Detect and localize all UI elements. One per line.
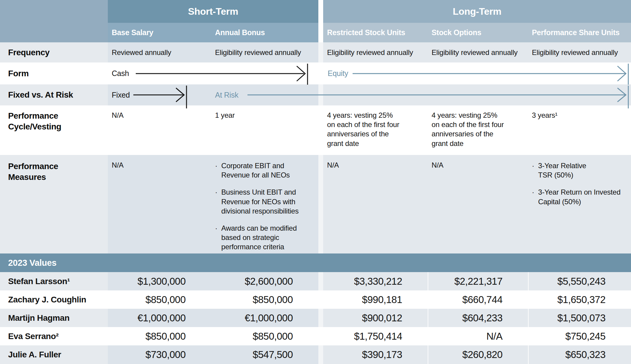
measures-row-label-cell: Performance Measures xyxy=(0,155,108,253)
frequency-psu-cell: Eligibility reviewed annually xyxy=(528,42,631,62)
psu-bullet-list: 3-Year Relative TSR (50%) 3-Year Return … xyxy=(532,161,620,206)
bullet-dot-icon xyxy=(215,187,217,216)
value-cell: $547,500 xyxy=(211,345,318,364)
value-cell: $900,012 xyxy=(323,309,428,327)
value-cell: $3,330,212 xyxy=(323,272,428,290)
annual-bonus-header-label: Annual Bonus xyxy=(215,28,265,37)
value-cell: $650,323 xyxy=(528,345,631,364)
stock-options-header-label: Stock Options xyxy=(432,28,481,37)
value-cell: $2,221,317 xyxy=(428,272,528,290)
gutter xyxy=(318,155,323,253)
rsu-header-label: Restricted Stock Units xyxy=(327,28,405,37)
fixed-label: Fixed xyxy=(112,91,130,99)
value-cell: $660,744 xyxy=(428,290,528,309)
list-item: 3-Year Return on Invested Capital (50%) xyxy=(532,187,620,206)
form-equity-cell: Equity xyxy=(323,62,428,84)
value-cell: N/A xyxy=(428,327,528,345)
at-risk-label: At Risk xyxy=(215,91,238,99)
form-row-label: Form xyxy=(4,68,29,79)
performance-measures-row-label: Performance Measures xyxy=(4,161,58,183)
cycle-row-label-cell: Performance Cycle/Vesting xyxy=(0,105,108,155)
cycle-annual-bonus-cell: 1 year xyxy=(211,105,318,155)
corner-cell xyxy=(0,0,108,23)
value-cell: $1,500,073 xyxy=(528,309,631,327)
at-risk-cell: At Risk xyxy=(211,84,318,105)
cycle-base-salary-cell: N/A xyxy=(108,105,211,155)
long-term-label: Long-Term xyxy=(453,6,501,17)
header-gutter xyxy=(318,0,323,23)
bullet-dot-icon xyxy=(215,223,217,252)
measures-psu-cell: 3-Year Relative TSR (50%) 3-Year Return … xyxy=(528,155,631,253)
executive-name: Eva Serrano² xyxy=(4,332,59,341)
col-header-base-salary: Base Salary xyxy=(108,23,211,42)
annual-bonus-bullet-list: Corporate EBIT and Revenue for all NEOs … xyxy=(215,161,299,252)
gutter xyxy=(318,327,323,345)
list-item: Awards can be modified based on strategi… xyxy=(215,223,299,252)
table-row: Martijn Hagman €1,000,000 €1,000,000 $90… xyxy=(0,309,631,327)
gutter xyxy=(318,272,323,290)
gutter xyxy=(318,309,323,327)
measures-base-salary-cell: N/A xyxy=(108,155,211,253)
cash-label: Cash xyxy=(112,69,129,78)
col-header-psu: Performance Share Units xyxy=(528,23,631,42)
performance-cycle-row-label: Performance Cycle/Vesting xyxy=(4,111,61,132)
bullet-dot-icon xyxy=(532,187,534,206)
value-cell: $604,233 xyxy=(428,309,528,327)
value-cell: $850,000 xyxy=(108,327,211,345)
psu-header-label: Performance Share Units xyxy=(532,28,620,37)
table-row: Zachary J. Coughlin $850,000 $850,000 $9… xyxy=(0,290,631,309)
base-salary-header-label: Base Salary xyxy=(112,28,153,37)
long-term-banner: Long-Term xyxy=(323,0,631,23)
value-cell: $1,650,372 xyxy=(528,290,631,309)
executive-name: Martijn Hagman xyxy=(4,313,69,323)
value-cell: $260,820 xyxy=(428,345,528,364)
col-header-rsu: Restricted Stock Units xyxy=(323,23,428,42)
value-cell: €1,000,000 xyxy=(108,309,211,327)
fixed-vs-at-risk-row: Fixed vs. At Risk Fixed At Risk xyxy=(0,84,631,105)
frequency-base-salary-cell: Reviewed annually xyxy=(108,42,211,62)
performance-cycle-row: Performance Cycle/Vesting N/A 1 year 4 y… xyxy=(0,105,631,155)
bullet-dot-icon xyxy=(532,161,534,180)
list-item: Corporate EBIT and Revenue for all NEOs xyxy=(215,161,299,180)
performance-measures-row: Performance Measures N/A Corporate EBIT … xyxy=(0,155,631,253)
values-section-header-row: 2023 Values xyxy=(0,253,631,272)
values-section-bar: 2023 Values xyxy=(0,253,631,272)
header-gutter xyxy=(318,23,323,42)
value-cell: $850,000 xyxy=(211,290,318,309)
executive-name: Julie A. Fuller xyxy=(4,350,61,359)
gutter xyxy=(318,42,323,62)
cycle-psu-cell: 3 years¹ xyxy=(528,105,631,155)
gutter xyxy=(318,105,323,155)
bullet-dot-icon xyxy=(215,161,217,180)
corner-cell-2 xyxy=(0,23,108,42)
frequency-row-label: Frequency xyxy=(4,47,50,58)
value-cell: $850,000 xyxy=(211,327,318,345)
table-row: Stefan Larsson¹ $1,300,000 $2,600,000 $3… xyxy=(0,272,631,290)
header-columns-row: Base Salary Annual Bonus Restricted Stoc… xyxy=(0,23,631,42)
frequency-annual-bonus-cell: Eligibility reviewed annually xyxy=(211,42,318,62)
value-cell: $2,600,000 xyxy=(211,272,318,290)
gutter xyxy=(318,84,323,105)
short-term-label: Short-Term xyxy=(188,6,238,17)
fixed-row-label-cell: Fixed vs. At Risk xyxy=(0,84,108,105)
frequency-rsu-cell: Eligibility reviewed annually xyxy=(323,42,428,62)
form-row-label-cell: Form xyxy=(0,62,108,84)
gutter xyxy=(318,345,323,364)
measures-rsu-cell: N/A xyxy=(323,155,428,253)
table-row: Eva Serrano² $850,000 $850,000 $1,750,41… xyxy=(0,327,631,345)
list-item: Business Unit EBIT and Revenue for NEOs … xyxy=(215,187,299,216)
value-cell: $1,750,414 xyxy=(323,327,428,345)
fixed-vs-at-risk-row-label: Fixed vs. At Risk xyxy=(4,89,73,100)
executive-name: Zachary J. Coughlin xyxy=(4,295,86,305)
gutter xyxy=(318,62,323,84)
fixed-cell: Fixed xyxy=(108,84,211,105)
short-term-banner: Short-Term xyxy=(108,0,318,23)
value-cell: $990,181 xyxy=(323,290,428,309)
frequency-stock-options-cell: Eligibility reviewed annually xyxy=(428,42,528,62)
col-header-stock-options: Stock Options xyxy=(428,23,528,42)
value-cell: €1,000,000 xyxy=(211,309,318,327)
value-cell: $730,000 xyxy=(108,345,211,364)
value-cell: $5,550,243 xyxy=(528,272,631,290)
gutter xyxy=(318,290,323,309)
form-row: Form Cash Equity xyxy=(0,62,631,84)
